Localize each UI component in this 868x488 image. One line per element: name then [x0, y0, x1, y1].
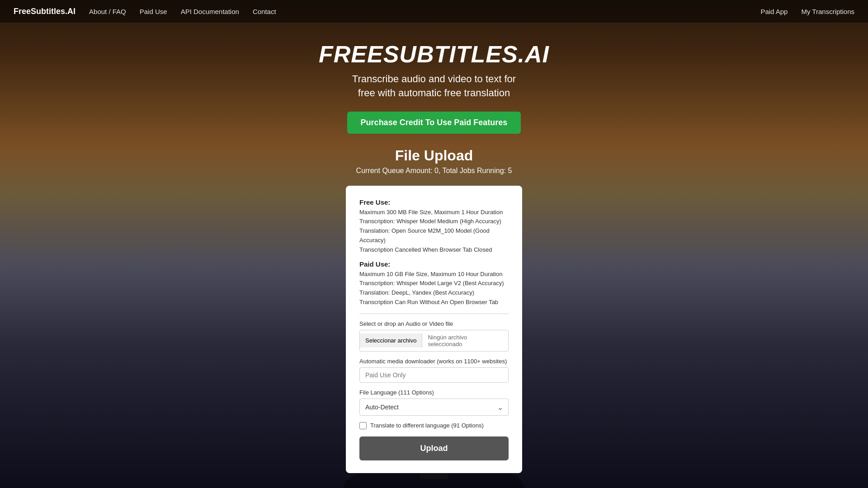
navbar: FreeSubtitles.AI About / FAQ Paid Use AP…	[0, 0, 868, 23]
api-docs-link[interactable]: API Documentation	[181, 8, 239, 15]
paid-app-link[interactable]: Paid App	[760, 8, 788, 15]
paid-use-label: Paid Use:	[359, 260, 509, 268]
purchase-credit-button[interactable]: Purchase Credit To Use Paid Features	[347, 112, 521, 134]
upload-button[interactable]: Upload	[359, 436, 509, 460]
select-file-button[interactable]: Seleccionar archivo	[360, 333, 422, 347]
upload-card: Free Use: Maximum 300 MB File Size, Maxi…	[346, 186, 522, 473]
free-use-details: Maximum 300 MB File Size, Maximum 1 Hour…	[359, 208, 509, 255]
free-detail-4: Transcription Cancelled When Browser Tab…	[359, 246, 492, 253]
downloader-input[interactable]	[359, 367, 509, 383]
main-content: FREESUBTITLES.AI Transcribe audio and vi…	[0, 23, 868, 473]
about-faq-link[interactable]: About / FAQ	[89, 8, 126, 15]
divider	[359, 314, 509, 314]
paid-use-link[interactable]: Paid Use	[140, 8, 167, 15]
file-input-row: Seleccionar archivo Ningún archivo selec…	[359, 330, 509, 352]
tagline: Transcribe audio and video to text for f…	[352, 72, 516, 100]
paid-detail-4: Transcription Can Run Without An Open Br…	[359, 299, 498, 305]
paid-detail-3: Translation: DeepL, Yandex (Best Accurac…	[359, 289, 474, 296]
file-name-display: Ningún archivo seleccionado	[422, 330, 508, 351]
free-detail-3: Translation: Open Source M2M_100 Model (…	[359, 227, 490, 244]
queue-info: Current Queue Amount: 0, Total Jobs Runn…	[356, 167, 512, 175]
file-select-label: Select or drop an Audio or Video file	[359, 320, 509, 327]
brand-link[interactable]: FreeSubtitles.AI	[14, 7, 75, 16]
language-select[interactable]: Auto-Detect	[359, 399, 509, 416]
paid-detail-2: Transcription: Whisper Model Large V2 (B…	[359, 280, 504, 286]
file-upload-heading: File Upload	[356, 147, 512, 164]
nav-left: FreeSubtitles.AI About / FAQ Paid Use AP…	[14, 7, 760, 16]
paid-use-details: Maximum 10 GB File Size, Maximum 10 Hour…	[359, 270, 509, 307]
paid-detail-1: Maximum 10 GB File Size, Maximum 10 Hour…	[359, 271, 502, 277]
translate-checkbox[interactable]	[359, 422, 367, 429]
translate-row: Translate to different language (91 Opti…	[359, 422, 509, 429]
free-detail-2: Transcription: Whisper Model Medium (Hig…	[359, 218, 501, 225]
free-use-label: Free Use:	[359, 198, 509, 206]
free-detail-1: Maximum 300 MB File Size, Maximum 1 Hour…	[359, 209, 503, 216]
tagline-line1: Transcribe audio and video to text for	[352, 73, 516, 84]
tagline-line2: free with automatic free translation	[358, 87, 510, 99]
lang-label: File Language (111 Options)	[359, 389, 509, 396]
nav-right: Paid App My Transcriptions	[760, 8, 854, 15]
my-transcriptions-link[interactable]: My Transcriptions	[801, 8, 854, 15]
translate-label: Translate to different language (91 Opti…	[370, 422, 484, 429]
file-upload-section: File Upload Current Queue Amount: 0, Tot…	[356, 147, 512, 175]
site-title: FREESUBTITLES.AI	[319, 41, 549, 68]
lang-select-wrapper: Auto-Detect ⌄	[359, 399, 509, 416]
downloader-label: Automatic media downloader (works on 110…	[359, 358, 509, 365]
contact-link[interactable]: Contact	[253, 8, 276, 15]
